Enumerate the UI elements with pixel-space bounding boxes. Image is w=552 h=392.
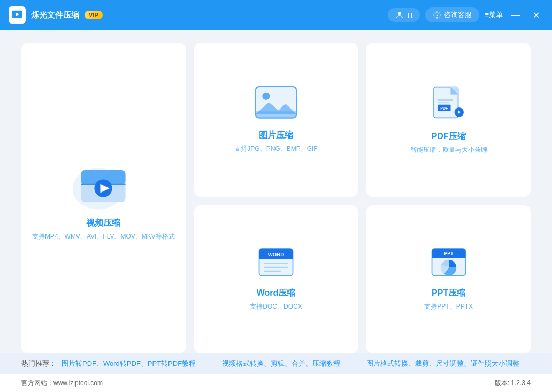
pdf-icon: PDF ✦ [430, 85, 467, 122]
app-name: 烁光文件压缩 [31, 10, 79, 20]
titlebar-actions: Tt 咨询客服 ≡菜单 — ✕ [388, 7, 543, 22]
word-card[interactable]: WORD Word压缩 支持DOC、DOCX [194, 205, 358, 354]
svg-rect-14 [256, 111, 296, 118]
user-button[interactable]: Tt [388, 8, 420, 22]
menu-btn-label: ≡菜单 [485, 10, 503, 20]
pdf-card-title: PDF压缩 [432, 131, 466, 142]
hotlinks-bar: 热门推荐： 图片转PDF、Word转PDF、PPT转PDF教程 视频格式转换、剪… [0, 353, 552, 374]
minimize-button[interactable]: — [508, 7, 523, 22]
video-icon [71, 156, 135, 209]
svg-point-4 [437, 17, 438, 17]
main-content: 视频压缩 支持MP4、WMV、AVI、FLV、MOV、MKV等格式 图片压缩 支… [0, 30, 552, 353]
ppt-card-subtitle: 支持PPT、PPTX [424, 302, 473, 311]
hotlink-2[interactable]: 图片格式转换、裁剪、尺寸调整、证件照大小调整 [366, 359, 519, 368]
support-btn-label: 咨询客服 [444, 10, 472, 20]
app-logo [9, 6, 26, 24]
image-card-title: 图片压缩 [259, 130, 293, 141]
separator-2 [350, 359, 357, 368]
svg-text:PPT: PPT [444, 251, 454, 256]
image-icon [255, 86, 297, 121]
ppt-card[interactable]: PPT PPT压缩 支持PPT、PPTX [366, 205, 531, 354]
svg-text:PDF: PDF [440, 106, 448, 110]
hotlink-0[interactable]: 图片转PDF、Word转PDF、PPT转PDF教程 [62, 359, 196, 368]
word-card-subtitle: 支持DOC、DOCX [250, 302, 302, 311]
vip-badge: VIP [85, 11, 103, 19]
menu-button[interactable]: ≡菜单 [485, 10, 503, 20]
version-label: 版本: 1.2.3.4 [495, 379, 531, 388]
svg-text:✦: ✦ [456, 109, 462, 116]
statusbar: 官方网站：www.iziptool.com 版本: 1.2.3.4 [0, 374, 552, 392]
ppt-card-title: PPT压缩 [432, 288, 465, 299]
website-label: 官方网站：www.iziptool.com [21, 379, 103, 388]
svg-text:WORD: WORD [268, 251, 284, 257]
pdf-card-subtitle: 智能压缩，质量与大小兼顾 [410, 145, 487, 155]
svg-point-12 [262, 92, 270, 99]
word-card-title: Word压缩 [257, 288, 296, 299]
hotlinks-label: 热门推荐： [21, 359, 56, 368]
video-card-subtitle: 支持MP4、WMV、AVI、FLV、MOV、MKV等格式 [32, 232, 175, 241]
hotlink-1[interactable]: 视频格式转换、剪辑、合并、压缩教程 [222, 359, 340, 368]
image-card[interactable]: 图片压缩 支持JPG、PNG、BMP、GIF [194, 43, 358, 197]
close-button[interactable]: ✕ [528, 7, 543, 22]
ppt-icon: PPT [430, 247, 467, 279]
word-icon: WORD [257, 247, 295, 279]
support-button[interactable]: 咨询客服 [425, 7, 479, 22]
separator-1 [205, 359, 212, 368]
video-card-title: 视频压缩 [86, 218, 120, 229]
svg-point-2 [398, 12, 401, 15]
titlebar: 烁光文件压缩 VIP Tt 咨询客服 ≡菜单 — ✕ [0, 0, 552, 30]
cards-grid: 视频压缩 支持MP4、WMV、AVI、FLV、MOV、MKV等格式 图片压缩 支… [21, 43, 531, 353]
user-btn-label: Tt [407, 11, 413, 19]
pdf-card[interactable]: PDF ✦ PDF压缩 智能压缩，质量与大小兼顾 [366, 43, 531, 197]
video-card[interactable]: 视频压缩 支持MP4、WMV、AVI、FLV、MOV、MKV等格式 [21, 43, 186, 353]
image-card-subtitle: 支持JPG、PNG、BMP、GIF [234, 144, 317, 153]
